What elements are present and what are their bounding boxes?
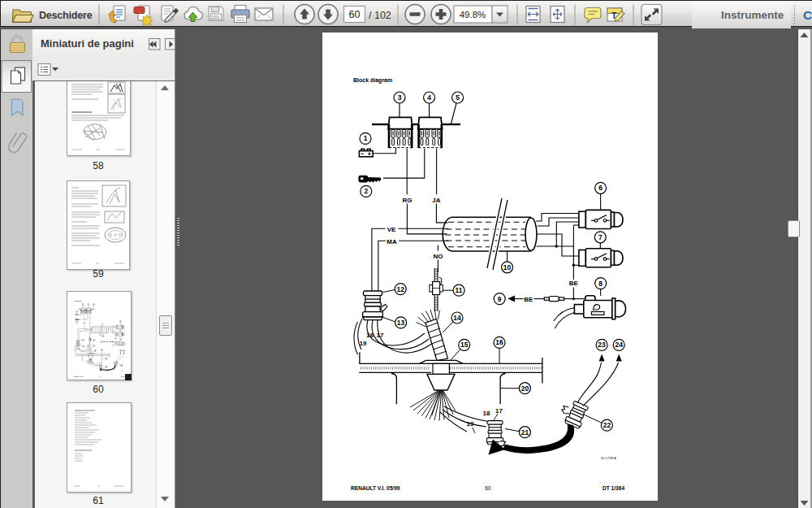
svg-text:NO: NO	[434, 253, 443, 260]
svg-text:22: 22	[603, 421, 611, 429]
svg-text:MA: MA	[387, 238, 397, 245]
svg-text:/ 102: / 102	[369, 10, 391, 21]
svg-text:14: 14	[453, 314, 461, 322]
svg-text:BE: BE	[569, 280, 579, 287]
svg-text:JA: JA	[432, 197, 440, 204]
svg-text:24: 24	[615, 341, 623, 349]
svg-text:60 1798 A: 60 1798 A	[601, 456, 616, 460]
svg-text:3: 3	[398, 93, 402, 102]
svg-text:VE: VE	[387, 226, 396, 233]
svg-text:60: 60	[485, 485, 491, 491]
svg-text:19: 19	[360, 340, 367, 347]
svg-text:60: 60	[349, 9, 361, 20]
svg-text:17: 17	[377, 332, 384, 339]
svg-text:18: 18	[366, 332, 374, 339]
svg-text:16: 16	[495, 338, 503, 346]
svg-text:4: 4	[427, 93, 431, 102]
svg-text:8: 8	[598, 280, 603, 288]
svg-text:RENAULT V.I. 05/99: RENAULT V.I. 05/99	[351, 485, 400, 491]
svg-text:11: 11	[456, 286, 463, 294]
svg-text:20: 20	[521, 384, 529, 393]
svg-text:C: C	[803, 8, 812, 22]
svg-text:DT 1/364: DT 1/364	[603, 485, 624, 491]
svg-text:7: 7	[598, 233, 603, 241]
svg-text:23: 23	[598, 341, 606, 349]
svg-text:10: 10	[503, 263, 512, 271]
svg-text:21: 21	[521, 428, 529, 436]
svg-text:49.8%: 49.8%	[460, 10, 486, 20]
svg-text:13: 13	[397, 319, 405, 327]
svg-text:6: 6	[598, 184, 603, 192]
svg-text:15: 15	[460, 341, 469, 349]
svg-text:17: 17	[495, 407, 503, 415]
svg-text:Block diagram: Block diagram	[353, 77, 392, 84]
svg-text:Deschidere: Deschidere	[39, 10, 93, 21]
svg-text:1: 1	[364, 134, 368, 142]
svg-text:5: 5	[456, 93, 460, 102]
svg-text:2: 2	[364, 187, 368, 195]
svg-text:BE: BE	[524, 296, 533, 303]
svg-text:Instrumente: Instrumente	[721, 9, 784, 21]
svg-text:RG: RG	[403, 197, 412, 204]
svg-text:19: 19	[467, 420, 474, 428]
svg-text:18: 18	[483, 410, 490, 417]
svg-text:12: 12	[396, 285, 404, 293]
svg-text:9: 9	[498, 295, 502, 303]
svg-text:Miniaturi de pagini: Miniaturi de pagini	[41, 37, 134, 50]
